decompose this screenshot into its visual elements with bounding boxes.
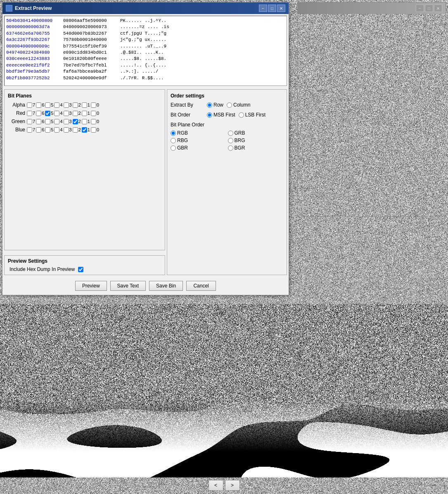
column-label: Column [233, 102, 250, 108]
include-hex-label: Include Hex Dump In Preview [9, 266, 75, 272]
bit-planes-panel: Bit Planes Alpha 7 6 5 4 3 2 1 0 [4, 89, 165, 250]
minimize-button[interactable]: − [259, 5, 267, 12]
red-checkboxes: 7 6 5 4 3 2 1 0 [27, 111, 99, 116]
green-bit4[interactable] [54, 119, 59, 124]
msb-first-radio[interactable] [207, 112, 212, 118]
blue-bit1[interactable] [82, 127, 87, 133]
bit-planes-title: Bit Planes [8, 93, 161, 99]
gbr-radio[interactable] [171, 145, 176, 151]
alpha-label: Alpha [8, 102, 25, 108]
green-bit5[interactable] [45, 119, 50, 124]
red-bit5[interactable] [45, 111, 50, 116]
dialog-window: Extract Preview − □ ✕ 504b03041400008000… [2, 2, 289, 295]
maximize-button[interactable]: □ [268, 5, 276, 12]
red-bit3[interactable] [64, 111, 69, 116]
red-bit7[interactable] [27, 111, 32, 116]
alpha-bit7[interactable] [27, 102, 32, 108]
alpha-bit5[interactable] [45, 102, 50, 108]
bottom-navigation: < > [209, 480, 240, 491]
blue-bit6[interactable] [36, 127, 41, 133]
second-window: − □ ✕ [297, 2, 446, 217]
red-bit1[interactable] [82, 111, 87, 116]
hex-dump-area[interactable]: 504b030414000080008006aaf5e590000PK.....… [4, 16, 287, 86]
blue-bit4[interactable] [54, 127, 59, 133]
green-bit3[interactable] [64, 119, 69, 124]
second-win-close[interactable]: ✕ [434, 5, 442, 12]
cancel-button[interactable]: Cancel [186, 281, 216, 291]
rbg-radio[interactable] [171, 138, 176, 143]
preview-settings-title: Preview Settings [8, 258, 161, 264]
gbr-label: GBR [177, 145, 188, 151]
alpha-bit3[interactable] [64, 102, 69, 108]
brg-label: BRG [235, 138, 245, 143]
red-bit0[interactable] [91, 111, 96, 116]
red-bit2[interactable] [73, 111, 78, 116]
alpha-bit0[interactable] [91, 102, 96, 108]
close-button[interactable]: ✕ [277, 5, 285, 12]
alpha-channel-row: Alpha 7 6 5 4 3 2 1 0 [8, 102, 161, 108]
lsb-first-radio[interactable] [239, 112, 244, 118]
second-window-content [298, 14, 446, 216]
green-label: Green [8, 119, 25, 124]
row-radio[interactable] [207, 102, 212, 108]
blue-label: Blue [8, 127, 25, 133]
red-channel-row: Red 7 6 5 4 3 2 1 0 [8, 110, 161, 116]
buttons-row: Preview Save Text Save Bin Cancel [2, 277, 289, 295]
preview-settings-panel: Preview Settings Include Hex Dump In Pre… [4, 255, 165, 275]
green-channel-row: Green 7 6 5 4 3 2 1 0 [8, 119, 161, 124]
order-settings-title: Order settings [171, 93, 283, 99]
green-bit7[interactable] [27, 119, 32, 124]
blue-bit0[interactable] [91, 127, 96, 133]
blue-bit7[interactable] [27, 127, 32, 133]
rgb-label: RGB [177, 130, 188, 136]
order-settings-panel: Order settings Extract By Row Column Bit… [167, 89, 287, 275]
save-text-button[interactable]: Save Text [110, 281, 146, 291]
extract-by-label: Extract By [171, 102, 204, 108]
blue-checkboxes: 7 6 5 4 3 2 1 0 [27, 127, 99, 133]
green-bit6[interactable] [36, 119, 41, 124]
rbg-label: RBG [177, 138, 188, 143]
bgr-label: BGR [235, 145, 245, 151]
lsb-first-label: LSB First [245, 112, 265, 118]
blue-bit3[interactable] [64, 127, 69, 133]
bit-plane-order-label: Bit Plane Order [171, 122, 283, 128]
save-bin-button[interactable]: Save Bin [149, 281, 183, 291]
bit-plane-order-section: Bit Plane Order RGB GRB RBG [171, 122, 283, 151]
msb-first-label: MSB First [213, 112, 235, 118]
include-hex-checkbox[interactable] [78, 267, 83, 272]
second-window-titlebar: − □ ✕ [298, 2, 446, 14]
alpha-bit1[interactable] [82, 102, 87, 108]
second-win-minimize[interactable]: − [416, 5, 424, 12]
red-label: Red [8, 110, 25, 116]
alpha-checkboxes: 7 6 5 4 3 2 1 0 [27, 102, 99, 108]
second-win-maximize[interactable]: □ [425, 5, 433, 12]
row-label: Row [213, 102, 223, 108]
rgb-radio[interactable] [171, 131, 176, 136]
next-button[interactable]: > [225, 480, 240, 491]
blue-bit5[interactable] [45, 127, 50, 133]
alpha-bit4[interactable] [54, 102, 59, 108]
red-bit4[interactable] [54, 111, 59, 116]
brg-radio[interactable] [228, 138, 233, 143]
green-bit2[interactable] [73, 119, 78, 124]
app-icon [6, 5, 12, 12]
grb-label: GRB [235, 130, 245, 136]
green-bit1[interactable] [82, 119, 87, 124]
bit-order-label: Bit Order [171, 112, 204, 118]
column-radio[interactable] [227, 102, 232, 108]
blue-bit2[interactable] [73, 127, 78, 133]
green-bit0[interactable] [91, 119, 96, 124]
extract-by-row: Extract By Row Column [171, 102, 283, 108]
alpha-bit6[interactable] [36, 102, 41, 108]
prev-button[interactable]: < [209, 480, 223, 491]
blue-channel-row: Blue 7 6 5 4 3 2 1 0 [8, 127, 161, 133]
preview-button[interactable]: Preview [75, 281, 107, 291]
green-checkboxes: 7 6 5 4 3 2 1 0 [27, 119, 99, 124]
dialog-titlebar: Extract Preview − □ ✕ [2, 2, 289, 14]
dialog-title: Extract Preview [15, 5, 52, 11]
bgr-radio[interactable] [228, 145, 233, 151]
grb-radio[interactable] [228, 131, 233, 136]
alpha-bit2[interactable] [73, 102, 78, 108]
bit-order-row: Bit Order MSB First LSB First [171, 112, 283, 118]
red-bit6[interactable] [36, 111, 41, 116]
